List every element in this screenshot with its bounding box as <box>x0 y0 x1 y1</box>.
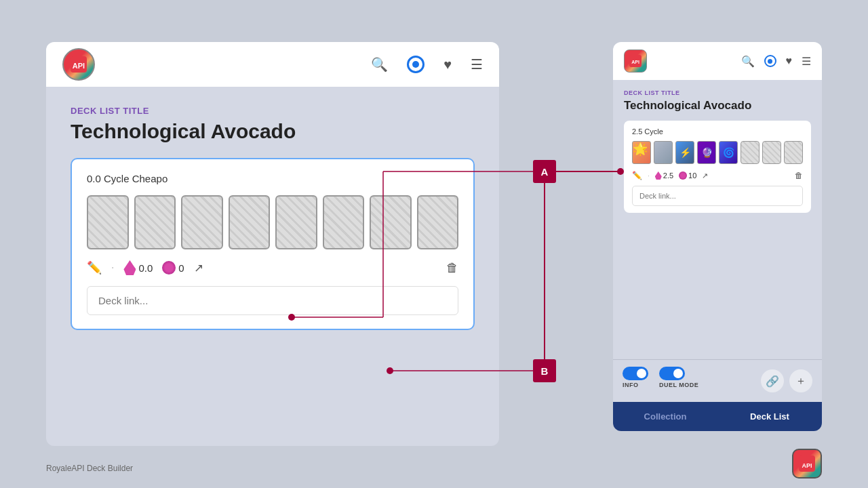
trophy-value: 0 <box>178 262 184 274</box>
mini-elixir-stat: 2.5 <box>655 171 673 180</box>
elixir-value: 0.0 <box>138 262 153 274</box>
link-button[interactable]: 🔗 <box>761 369 784 392</box>
deck-list-tab[interactable]: Deck List <box>717 402 822 431</box>
cycle-label: 0.0 Cycle Cheapo <box>87 173 458 184</box>
card-slot-6 <box>323 195 365 249</box>
app-logo-left: API <box>62 48 95 81</box>
bullseye-icon-right[interactable] <box>764 55 776 67</box>
right-header: API 🔍 ♥ ☰ <box>613 42 822 80</box>
right-deck-list-title-label: DECK LIST TITLE <box>624 89 811 96</box>
bullseye-sm-inner <box>768 59 772 64</box>
trophy-icon <box>162 261 176 274</box>
right-bottom-controls: INFO DUEL MODE 🔗 ＋ <box>613 359 822 402</box>
deck-list-title-label: DECK LIST TITLE <box>71 106 475 116</box>
annotation-b: B <box>533 359 556 382</box>
card-slot-2 <box>134 195 176 249</box>
mini-card-slot-1: 🌟 <box>632 141 651 164</box>
mini-card-slots: 🌟 ⚡ 🔮 🌀 <box>632 141 803 164</box>
external-link-icon[interactable]: ↗ <box>194 261 203 275</box>
mini-card-slot-7 <box>762 141 781 164</box>
mini-cycle-label: 2.5 Cycle <box>632 127 803 136</box>
right-content: DECK LIST TITLE Technological Avocado 2.… <box>613 80 822 359</box>
footer-logo: API <box>792 449 822 479</box>
add-button[interactable]: ＋ <box>789 369 812 392</box>
mini-trophy-value: 10 <box>688 171 696 180</box>
bullseye-inner <box>412 61 419 68</box>
toggle-duel: DUEL MODE <box>659 367 698 388</box>
deck-card: 0.0 Cycle Cheapo ✏️ · 0.0 <box>71 158 475 330</box>
toggle-info: INFO <box>623 367 648 388</box>
favorite-icon-right[interactable]: ♥ <box>786 55 793 67</box>
dot-separator-1: · <box>111 262 114 274</box>
svg-text:API: API <box>631 60 639 64</box>
favorite-icon[interactable]: ♥ <box>443 57 452 73</box>
mini-elixir-value: 2.5 <box>663 171 673 180</box>
mini-dot-separator: · <box>648 172 650 180</box>
toggle-row: INFO DUEL MODE <box>623 367 698 388</box>
info-toggle-switch[interactable] <box>623 367 648 380</box>
mini-external-link-icon[interactable]: ↗ <box>702 171 708 180</box>
mini-card-slot-3: ⚡ <box>675 141 694 164</box>
elixir-stat: 0.0 <box>123 260 153 275</box>
card-slot-3 <box>181 195 223 249</box>
duel-toggle-label: DUEL MODE <box>659 382 698 388</box>
app-logo-right: API <box>624 49 647 73</box>
mini-card-slot-2 <box>654 141 673 164</box>
collection-tab[interactable]: Collection <box>613 402 717 431</box>
mini-card-slot-8 <box>784 141 803 164</box>
deck-link-input[interactable] <box>87 286 458 315</box>
mini-card-slot-6 <box>741 141 760 164</box>
edit-icon[interactable]: ✏️ <box>87 260 102 275</box>
card-slot-7 <box>370 195 412 249</box>
info-toggle-label: INFO <box>623 382 639 388</box>
trophy-stat: 0 <box>162 261 184 274</box>
right-deck-name: Technological Avocado <box>624 99 811 113</box>
mini-trophy-icon <box>679 171 687 180</box>
mini-deck-link-input[interactable] <box>632 186 803 206</box>
right-header-icons: 🔍 ♥ ☰ <box>741 55 812 68</box>
footer-label: RoyaleAPI Deck Builder <box>46 464 133 473</box>
svg-text:API: API <box>73 62 85 70</box>
mini-trophy-stat: 10 <box>679 171 696 180</box>
left-content: DECK LIST TITLE Technological Avocado 0.… <box>46 87 499 349</box>
mini-actions: ✏️ · 2.5 10 ↗ 🗑 <box>632 171 803 180</box>
elixir-drop-icon <box>123 260 136 275</box>
card-slot-4 <box>229 195 271 249</box>
search-icon-right[interactable]: 🔍 <box>741 55 755 68</box>
left-panel: API 🔍 ♥ ☰ DECK LIST TITLE Technological … <box>46 42 499 446</box>
svg-text:API: API <box>802 462 812 469</box>
delete-icon[interactable]: 🗑 <box>446 261 458 275</box>
right-tab-bar: Collection Deck List <box>613 402 822 431</box>
mini-elixir-drop-icon <box>655 171 662 180</box>
search-icon[interactable]: 🔍 <box>371 56 388 73</box>
card-slot-8 <box>417 195 459 249</box>
right-panel: API 🔍 ♥ ☰ DECK LIST TITLE Technological … <box>613 42 822 431</box>
bullseye-icon[interactable] <box>407 56 425 73</box>
mini-delete-icon[interactable]: 🗑 <box>795 171 803 180</box>
mini-deck-card: 2.5 Cycle 🌟 ⚡ 🔮 🌀 ✏️ <box>624 121 811 213</box>
left-header: API 🔍 ♥ ☰ <box>46 42 499 87</box>
mini-edit-icon[interactable]: ✏️ <box>632 171 642 180</box>
deck-name-large: Technological Avocado <box>71 120 475 143</box>
card-slots <box>87 195 458 249</box>
mini-card-slot-5: 🌀 <box>719 141 738 164</box>
card-slot-5 <box>275 195 317 249</box>
annotation-a: A <box>533 160 556 183</box>
menu-icon[interactable]: ☰ <box>471 56 483 73</box>
header-icons: 🔍 ♥ ☰ <box>371 56 483 73</box>
deck-actions: ✏️ · 0.0 0 ↗ 🗑 <box>87 260 458 275</box>
menu-icon-right[interactable]: ☰ <box>802 55 811 68</box>
duel-toggle-switch[interactable] <box>659 367 685 380</box>
card-slot-1 <box>87 195 129 249</box>
mini-card-slot-4: 🔮 <box>697 141 716 164</box>
